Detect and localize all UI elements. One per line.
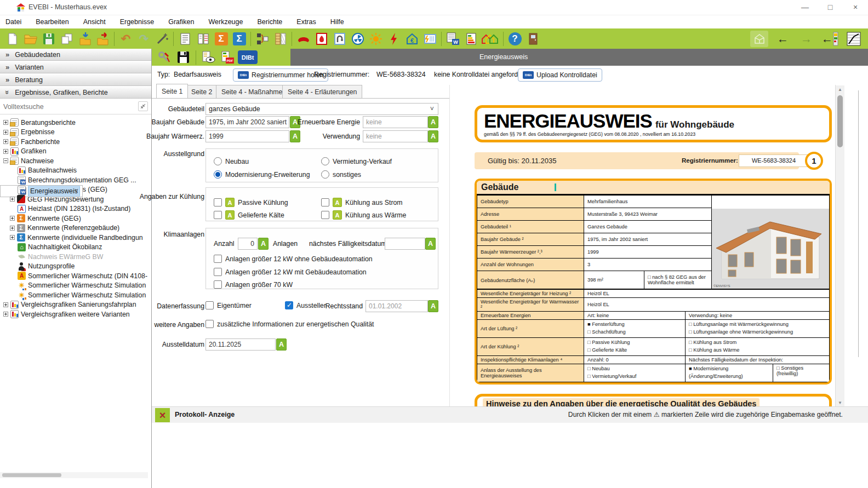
tab-seite-1[interactable]: Seite 1 — [156, 84, 188, 98]
tree-item-grafiken[interactable]: Grafiken — [0, 147, 151, 157]
fulltext-search-input[interactable] — [3, 101, 134, 112]
tree-item-sommer-waermeschutz[interactable]: ASommerlicher Wärmeschutz (DIN 4108- — [0, 271, 151, 281]
roof-icon[interactable] — [294, 31, 312, 47]
scroll-down-icon[interactable]: ▼ — [836, 399, 844, 406]
expand-icon[interactable] — [10, 235, 15, 240]
menu-berichte[interactable]: Berichte — [257, 18, 282, 26]
tree-item-kennwerte-geg[interactable]: ΣKennwerte (GEG) — [0, 214, 151, 223]
radio-neubau[interactable]: Neubau — [214, 157, 249, 165]
tree-item-kennwerte-referenz[interactable]: ΣKennwerte (Referenzgebäude) — [0, 223, 151, 233]
ausstelldatum-input[interactable]: 20.11.2025 — [205, 338, 276, 351]
expand-icon[interactable] — [3, 139, 8, 144]
baujahr-gebaeude-input[interactable]: 1975, im Jahr 2002 saniert — [205, 116, 289, 128]
checkbox-eigentuemer[interactable]: Eigentümer — [205, 301, 252, 309]
electric-icon[interactable] — [385, 31, 403, 47]
upload-control-file-button[interactable]: DIBtUpload Kontrolldatei — [518, 68, 602, 82]
checkbox-aussteller[interactable]: Aussteller — [285, 301, 326, 309]
assistant-button[interactable]: A — [225, 210, 235, 220]
checkbox-anlagen-12kw-ohne[interactable]: Anlagen größer 12 kW ohne Gebäudeautomat… — [214, 255, 373, 263]
collapse-tree-icon[interactable] — [138, 101, 148, 111]
tree-item-sommer-simulation-2[interactable]: ☀Sommerlicher Wärmeschutz Simulation — [0, 290, 151, 300]
assistant-button[interactable]: A — [428, 130, 438, 142]
undo-icon[interactable]: ↶ — [117, 31, 135, 47]
energy-certificate-icon[interactable] — [462, 31, 480, 47]
tree-item-fachberichte[interactable]: Fachberichte — [0, 137, 151, 147]
sidebar-section-gebaeudedaten[interactable]: »Gebäudedaten — [0, 49, 151, 61]
assistant-button[interactable]: A — [333, 198, 342, 207]
checkbox-kuehlung-strom[interactable]: AKühlung aus Strom — [321, 198, 403, 207]
wizard-icon[interactable] — [153, 31, 171, 47]
tree-item-vergleich-sanierungsfahrplan[interactable]: Vergleichsgrafiken Sanierungsfahrplan — [0, 300, 151, 310]
verwendung-input[interactable]: keine — [363, 130, 428, 142]
close-protocol-button[interactable]: × — [155, 408, 170, 422]
gebaeudeteil-select[interactable]: ganzes Gebäude — [205, 103, 438, 115]
open-folder-icon[interactable] — [21, 31, 39, 47]
expand-icon[interactable] — [10, 226, 15, 231]
baujahr-waermeerz-input[interactable]: 1999 — [205, 130, 289, 142]
house-wireframe-icon[interactable] — [750, 31, 768, 47]
checkbox-anlagen-12kw-mit[interactable]: Anlagen größer 12 kW mit Gebäudeautomati… — [214, 268, 367, 276]
goto-input-mask-icon[interactable]: ← — [821, 31, 839, 47]
minimize-button[interactable]: — — [792, 0, 818, 15]
menu-ansicht[interactable]: Ansicht — [83, 18, 106, 26]
tree-item-oekobilanz[interactable]: ⌂Nachhaltigkeit Ökobilanz — [0, 243, 151, 252]
assistant-button[interactable]: A — [428, 116, 438, 128]
checkbox-zusaetzliche-informationen[interactable]: zusätzliche Informationen zur energetisc… — [205, 320, 374, 328]
assistant-button[interactable]: A — [333, 210, 342, 220]
tree-item-heizlast[interactable]: AHeizlast (DIN 12831) (Ist-Zustand) — [0, 204, 151, 214]
collapse-icon[interactable] — [3, 158, 8, 163]
report-icon[interactable] — [176, 31, 194, 47]
help-icon[interactable]: ? — [506, 31, 524, 47]
expand-icon[interactable] — [10, 197, 15, 202]
menu-ergebnisse[interactable]: Ergebnisse — [120, 18, 155, 26]
navigate-forward-icon[interactable]: → — [797, 31, 815, 47]
menu-grafiken[interactable]: Grafiken — [168, 18, 194, 26]
chart-window-icon[interactable] — [844, 31, 863, 47]
compare-documents-icon[interactable] — [194, 31, 212, 47]
construction-layers-icon[interactable] — [271, 31, 289, 47]
tree-item-vergleich-varianten[interactable]: Vergleichsgrafiken weitere Varianten — [0, 309, 151, 319]
menu-extras[interactable]: Extras — [296, 18, 316, 26]
assistant-button[interactable]: A — [425, 238, 436, 250]
expand-icon[interactable] — [10, 216, 15, 221]
radio-vermietung-verkauf[interactable]: Vermietung-Verkauf — [321, 157, 392, 165]
solar-icon[interactable] — [367, 31, 385, 47]
sum-results-icon[interactable]: Σ — [212, 31, 230, 47]
variant-houses-icon[interactable] — [480, 31, 501, 47]
export-icon[interactable] — [94, 31, 112, 47]
expand-icon[interactable] — [3, 149, 8, 154]
erneuerbare-energie-input[interactable]: keine — [363, 116, 428, 128]
sidebar-section-beratung[interactable]: »Beratung — [0, 74, 151, 86]
navigate-back-icon[interactable]: ← — [774, 31, 792, 47]
exit-icon[interactable] — [524, 31, 542, 47]
menu-datei[interactable]: Datei — [5, 18, 21, 26]
assistant-button[interactable]: A — [290, 130, 300, 142]
menu-hilfe[interactable]: Hilfe — [330, 18, 344, 26]
assistant-button[interactable]: A — [276, 338, 287, 351]
tree-item-nutzungsprofile[interactable]: Nutzungsprofile — [0, 262, 151, 272]
sidebar-horizontal-scrollbar[interactable] — [0, 472, 148, 478]
anzahl-input[interactable]: 0 — [238, 238, 258, 250]
tree-item-berechnungsdokumentation[interactable]: Berechnungsdokumentation GEG ... — [0, 175, 151, 185]
preview-vertical-scrollbar[interactable]: ▲ ▼ — [836, 85, 844, 406]
expand-icon[interactable] — [3, 120, 8, 125]
scroll-up-icon[interactable]: ▲ — [836, 85, 844, 94]
sidebar-section-ergebnisse[interactable]: »Ergebnisse, Grafiken, Berichte — [0, 87, 151, 99]
checkbox-kuehlung-waerme[interactable]: AKühlung aus Wärme — [321, 210, 406, 220]
heatpump-icon[interactable] — [421, 31, 439, 47]
menu-bearbeiten[interactable]: Bearbeiten — [36, 18, 68, 26]
checkbox-passive-kuehlung[interactable]: APassive Kühlung — [214, 198, 288, 207]
ventilation-icon[interactable] — [349, 31, 367, 47]
close-button[interactable]: × — [843, 0, 868, 15]
sum-reference-icon[interactable]: Σ — [230, 31, 248, 47]
redo-icon[interactable]: ↷ — [135, 31, 153, 47]
expand-icon[interactable] — [3, 312, 8, 317]
word-report-icon[interactable]: W — [444, 31, 462, 47]
radio-modernisierung[interactable]: Modernisierung-Erweiterung — [214, 170, 310, 179]
assistant-button[interactable]: A — [225, 198, 235, 207]
radio-sonstiges[interactable]: sonstiges — [321, 170, 361, 179]
economy-icon[interactable]: € — [403, 31, 421, 47]
duplicate-icon[interactable] — [58, 31, 76, 47]
tree-item-ergebnisse[interactable]: Ergebnisse — [0, 128, 151, 137]
checkbox-gelieferte-kaelte[interactable]: AGelieferte Kälte — [214, 210, 284, 220]
